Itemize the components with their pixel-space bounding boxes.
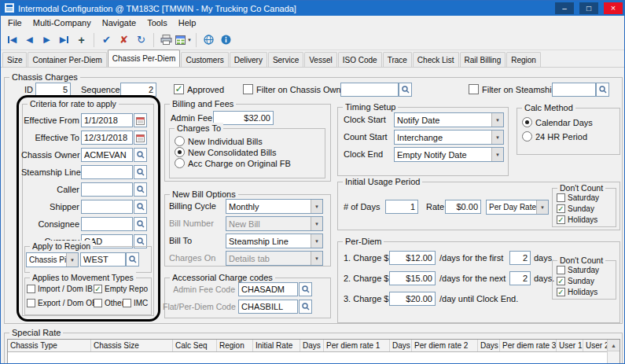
perdiem-row1-days-field[interactable]: 2 [509, 251, 531, 265]
id-field[interactable]: 5 [35, 83, 71, 97]
export-dom-ob-checkbox[interactable]: Export / Dom OB [27, 299, 97, 307]
column-header-initial-rate[interactable]: Initial Rate [253, 340, 300, 351]
tab-vessel[interactable]: Vessel [304, 52, 336, 67]
new-individual-bills-radio[interactable]: New Individual Bills [175, 136, 263, 146]
column-header-user-2[interactable]: User 2 [583, 340, 608, 351]
approved-checkbox[interactable]: Approved [174, 84, 224, 94]
initial-holidays-checkbox[interactable]: Holidays [557, 215, 597, 224]
filter-steamship-checkbox[interactable]: Filter on Steamship [469, 84, 557, 94]
chassis-owner-field[interactable]: ACMEVAN [81, 148, 133, 162]
cancel-button[interactable]: ✘ [116, 31, 132, 48]
region-lookup-button[interactable] [126, 252, 139, 267]
perdiem-row1-amount-field[interactable]: $12.00 [389, 251, 436, 265]
caller-field[interactable] [81, 182, 133, 197]
perdiem-holidays-checkbox[interactable]: Holidays [557, 288, 597, 296]
bill-to-select[interactable]: Steamship Line [226, 233, 323, 248]
tab-size[interactable]: Size [2, 52, 27, 67]
24-hr-period-radio[interactable]: 24 HR Period [522, 131, 587, 142]
print-button[interactable] [158, 31, 175, 48]
shipper-field[interactable] [81, 200, 133, 214]
column-header-region[interactable]: Region [217, 340, 253, 351]
filter-chassis-owner-lookup-button[interactable] [399, 83, 412, 97]
rate-type-select[interactable]: Per Day Rate [486, 200, 549, 215]
accept-button[interactable]: ✔ [98, 31, 115, 48]
nav-first-button[interactable]: ◀ [4, 31, 20, 48]
effective-from-calendar-button[interactable] [134, 113, 147, 127]
perdiem-row2-days-field[interactable]: 2 [509, 271, 531, 285]
tab-region[interactable]: Region [506, 52, 541, 67]
close-icon[interactable]: × [604, 2, 623, 14]
flat-perdiem-code-lookup-button[interactable] [299, 300, 312, 314]
count-start-select[interactable]: Interchange [394, 130, 504, 145]
steamship-line-lookup-button[interactable] [134, 165, 147, 179]
acc-charge-original-fb-radio[interactable]: Acc Charge on Original FB [175, 158, 291, 168]
titlebar[interactable]: Intermodal Configuration @ TM183C [TMWIN… [1, 1, 624, 16]
new-consolidated-bills-radio[interactable]: New Consolidated Bills [175, 147, 277, 157]
sequence-field[interactable]: 2 [120, 83, 156, 97]
filter-chassis-owner-checkbox[interactable]: Filter on Chassis Owner [243, 84, 348, 94]
maximize-icon[interactable]: □ [579, 2, 598, 14]
effective-to-calendar-button[interactable] [134, 131, 147, 145]
consignee-lookup-button[interactable] [134, 217, 147, 231]
perdiem-sunday-checkbox[interactable]: Sunday [557, 277, 594, 285]
shipper-lookup-button[interactable] [134, 200, 147, 214]
perdiem-saturday-checkbox[interactable]: Saturday [557, 266, 599, 274]
add-record-button[interactable]: + [73, 31, 90, 48]
filter-steamship-lookup-button[interactable] [596, 83, 609, 97]
consignee-field[interactable] [81, 217, 133, 231]
import-dom-ib-checkbox[interactable]: Import / Dom IB [27, 285, 93, 293]
nav-last-button[interactable]: ▶ [56, 31, 72, 48]
tab-chassis-per-diem[interactable]: Chassis Per-Diem [108, 50, 181, 67]
filter-chassis-owner-field[interactable] [340, 83, 399, 97]
caller-lookup-button[interactable] [134, 182, 147, 197]
empty-repo-checkbox[interactable]: Empty Repo [94, 285, 148, 293]
effective-from-field[interactable]: 1/1/2018 [81, 113, 133, 127]
table-body[interactable] [8, 352, 619, 364]
menu-navigate[interactable]: Navigate [97, 18, 142, 28]
admin-fee-code-field[interactable]: CHASADM [238, 282, 298, 296]
menu-help[interactable]: Help [173, 18, 202, 28]
column-header-chassis-size[interactable]: Chassis Size [91, 340, 173, 351]
scroll-up-button[interactable] [608, 340, 619, 351]
chassis-owner-lookup-button[interactable] [134, 148, 147, 162]
nav-prev-button[interactable]: ◀ [21, 31, 38, 48]
tab-trace[interactable]: Trace [383, 52, 412, 67]
region-field[interactable]: WEST [80, 252, 126, 267]
tab-customers[interactable]: Customers [181, 52, 228, 67]
flat-perdiem-code-field[interactable]: CHASBILL [238, 300, 298, 314]
tab-check-list[interactable]: Check List [413, 52, 459, 67]
admin-fee-code-lookup-button[interactable] [299, 282, 312, 296]
column-header-per-diem-rate-3[interactable]: Per diem rate 3 [500, 340, 557, 351]
clock-end-select[interactable]: Empty Notify Date [394, 147, 504, 162]
column-header-user-1[interactable]: User 1 [557, 340, 583, 351]
effective-to-field[interactable]: 12/31/2018 [81, 131, 133, 145]
initial-sunday-checkbox[interactable]: Sunday [557, 204, 594, 213]
imc-checkbox[interactable]: IMC [123, 299, 148, 307]
calendar-days-radio[interactable]: Calendar Days [522, 117, 593, 127]
column-header-days-2[interactable]: Days [390, 340, 412, 351]
region-mode-select[interactable]: Chassis Pick [26, 252, 79, 267]
billing-cycle-select[interactable]: Monthly [226, 199, 323, 214]
other-checkbox[interactable]: Other [94, 299, 124, 307]
menu-tools[interactable]: Tools [142, 18, 173, 28]
column-header-per-diem-rate-2[interactable]: Per diem rate 2 [412, 340, 478, 351]
export-grid-button[interactable] [175, 31, 192, 48]
initial-saturday-checkbox[interactable]: Saturday [557, 193, 599, 202]
filter-steamship-field[interactable] [552, 83, 596, 97]
refresh-button[interactable]: ↻ [133, 31, 149, 48]
tab-service[interactable]: Service [268, 52, 303, 67]
tab-container-per-diem[interactable]: Container Per-Diem [28, 52, 106, 67]
steamship-line-field[interactable] [81, 165, 133, 179]
column-header-days-1[interactable]: Days [300, 340, 324, 351]
perdiem-row3-amount-field[interactable]: $20.00 [389, 292, 436, 306]
clock-start-select[interactable]: Notify Date [394, 112, 504, 127]
tab-rail-billing[interactable]: Rail Billing [460, 52, 506, 67]
menu-file[interactable]: File [2, 18, 28, 28]
minimize-icon[interactable]: – [555, 2, 574, 14]
table-scrollbar[interactable] [607, 340, 619, 364]
tab-delivery[interactable]: Delivery [230, 52, 267, 67]
info-button[interactable] [218, 31, 234, 48]
nav-next-button[interactable]: ▶ [39, 31, 55, 48]
column-header-calc-seq[interactable]: Calc Seq [173, 340, 217, 351]
num-days-field[interactable]: 1 [385, 200, 418, 214]
